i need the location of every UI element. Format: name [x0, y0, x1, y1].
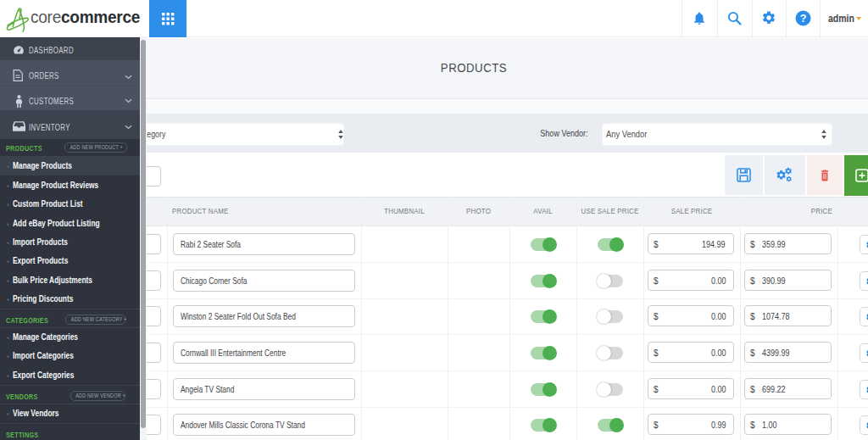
svg-text:?: ?	[800, 13, 807, 25]
